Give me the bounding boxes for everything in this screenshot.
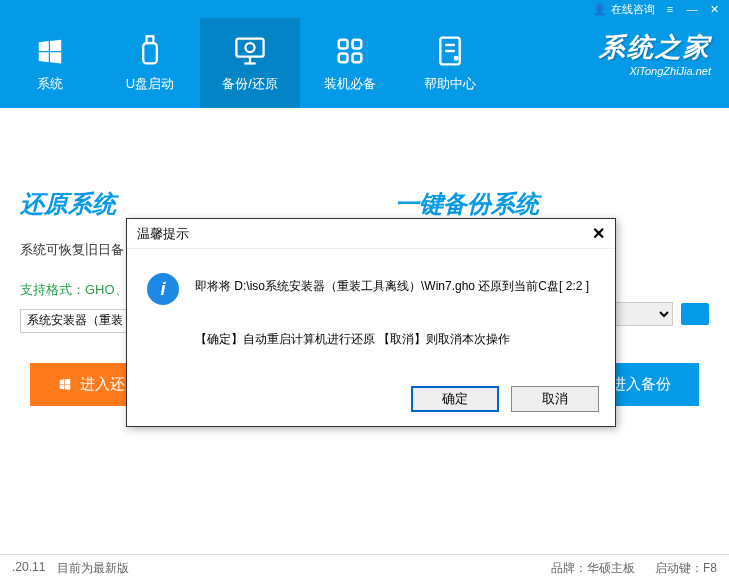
minimize-button[interactable]: — <box>685 3 699 15</box>
nav-backup-restore[interactable]: 备份/还原 <box>200 18 300 108</box>
windows-icon <box>32 33 68 69</box>
confirm-dialog: 温馨提示 ✕ i 即将将 D:\iso系统安装器（重装工具离线）\Win7.gh… <box>126 218 616 427</box>
svg-rect-2 <box>236 39 263 57</box>
svg-rect-8 <box>339 54 348 63</box>
dialog-close-button[interactable]: ✕ <box>592 224 605 243</box>
usb-icon <box>132 33 168 69</box>
format-label: 支持格式： <box>20 282 85 297</box>
info-icon: i <box>147 273 179 305</box>
nav-apps[interactable]: 装机必备 <box>300 18 400 108</box>
version-number: .20.11 <box>12 560 45 577</box>
svg-point-5 <box>245 43 254 52</box>
nav-label: 装机必备 <box>324 75 376 93</box>
windows-flag-icon <box>58 377 72 391</box>
nav-label: 系统 <box>37 75 63 93</box>
chat-label: 在线咨询 <box>611 2 655 17</box>
button-label: 进入备份 <box>611 375 671 394</box>
svg-rect-9 <box>353 54 362 63</box>
brand-logo: 系统之家 XiTongZhiJia.net <box>599 30 711 77</box>
svg-rect-7 <box>353 40 362 49</box>
svg-rect-6 <box>339 40 348 49</box>
dialog-message-2: 【确定】自动重启计算机进行还原 【取消】则取消本次操作 <box>195 326 589 352</box>
apps-icon <box>332 33 368 69</box>
logo-subtitle: XiTongZhiJia.net <box>599 65 711 77</box>
dialog-ok-button[interactable]: 确定 <box>411 386 499 412</box>
svg-point-13 <box>455 57 457 59</box>
nav-label: 帮助中心 <box>424 75 476 93</box>
chat-icon: 👤 <box>593 3 607 16</box>
nav-usb[interactable]: U盘启动 <box>100 18 200 108</box>
menu-button[interactable]: ≡ <box>663 3 677 15</box>
folder-icon[interactable] <box>681 303 709 325</box>
logo-text: 系统之家 <box>599 30 711 65</box>
dialog-message-1: 即将将 D:\iso系统安装器（重装工具离线）\Win7.gho 还原到当前C盘… <box>195 273 589 299</box>
backup-icon <box>232 33 268 69</box>
nav-label: U盘启动 <box>126 75 174 93</box>
dialog-title: 温馨提示 <box>137 225 189 243</box>
help-icon <box>432 33 468 69</box>
nav-system[interactable]: 系统 <box>0 18 100 108</box>
bootkey-info: 启动键：F8 <box>655 560 717 577</box>
close-button[interactable]: ✕ <box>707 3 721 16</box>
svg-rect-1 <box>147 36 154 43</box>
brand-info: 品牌：华硕主板 <box>551 560 635 577</box>
format-value: GHO、 <box>85 282 128 297</box>
nav-label: 备份/还原 <box>222 75 278 93</box>
backup-title: 一键备份系统 <box>395 188 710 220</box>
restore-title: 还原系统 <box>20 188 335 220</box>
svg-rect-0 <box>143 43 157 63</box>
nav-help[interactable]: 帮助中心 <box>400 18 500 108</box>
dialog-cancel-button[interactable]: 取消 <box>511 386 599 412</box>
version-note: 目前为最新版 <box>57 560 129 577</box>
online-chat[interactable]: 👤 在线咨询 <box>593 2 655 17</box>
